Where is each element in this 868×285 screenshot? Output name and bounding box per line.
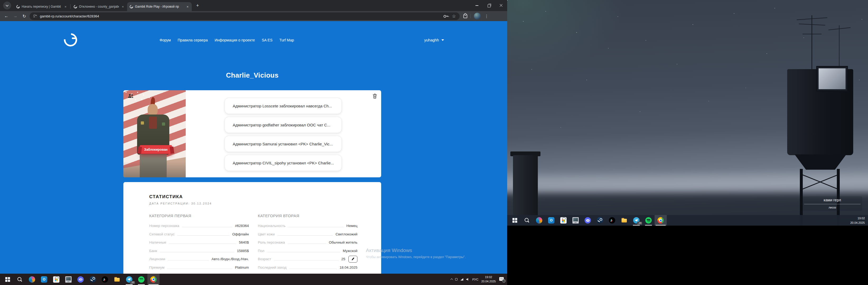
taskbar-icon-discord[interactable] — [582, 215, 594, 226]
browser-menu-icon[interactable]: ⋮ — [485, 14, 489, 19]
taskbar-icon-steam[interactable] — [594, 215, 606, 226]
taskbar-icon-search[interactable] — [14, 274, 26, 285]
address-bar[interactable]: gambit-rp.ru/account/character/628364 ☆ — [30, 12, 460, 20]
taskbar-icon-tiktok[interactable] — [606, 215, 618, 226]
copilot-icon — [29, 276, 35, 283]
taskbar-icon-store[interactable] — [557, 215, 569, 226]
stat-row-age: Возраст25 — [258, 255, 358, 263]
language-indicator[interactable]: РУС — [472, 278, 478, 281]
taskbar-icon-start[interactable] — [2, 274, 14, 285]
stat-value: Немец — [346, 224, 358, 228]
taskbar-icon-steam[interactable] — [87, 274, 99, 285]
profile-avatar[interactable] — [474, 13, 481, 20]
taskbar-icon-telegram[interactable]: .20 — [123, 274, 135, 285]
stat-row: ПолМужской — [258, 247, 358, 255]
trash-icon[interactable] — [373, 94, 377, 100]
tab-close-icon[interactable]: × — [63, 4, 68, 9]
volume-icon[interactable] — [466, 278, 469, 281]
admin-log-item[interactable]: Администратор godfather заблокировал ООС… — [224, 117, 342, 133]
taskbar-primary: .20 РУС 19:02 20.04.2025 3 — [0, 274, 507, 285]
password-key-icon[interactable] — [443, 15, 448, 17]
taskbar-secondary: .20 19:02 20.04.2025 — [507, 215, 868, 226]
tab-close-icon[interactable]: × — [121, 4, 125, 9]
nav-server-rules[interactable]: Правила сервера — [178, 38, 208, 42]
taskbar-icon-explorer[interactable] — [618, 215, 630, 226]
tray-app-icon[interactable] — [455, 278, 458, 281]
browser-tab-1[interactable]: Начать переписку | Gambit Rol × — [14, 2, 70, 11]
notification-count-badge: 3 — [502, 279, 505, 283]
character-shirt — [149, 117, 157, 129]
reload-button[interactable]: ↻ — [21, 12, 28, 20]
taskbar-icon-chrome[interactable] — [147, 274, 159, 285]
nav-turf-map[interactable]: Turf Map — [279, 38, 294, 42]
taskbar-icon-outlook[interactable] — [545, 215, 557, 226]
taskbar-icon-spotify[interactable] — [135, 274, 147, 285]
stat-value: 18.04.2025 — [339, 265, 358, 270]
taskbar-icon-spotify[interactable] — [643, 215, 655, 226]
taskbar-icon-discord[interactable] — [74, 274, 87, 285]
stat-label: Наличные — [149, 240, 166, 244]
tray-overflow-chevron-icon[interactable] — [451, 278, 453, 281]
leader-line — [169, 244, 236, 244]
username: yuhaghh — [424, 38, 439, 42]
outlook-icon — [548, 217, 554, 223]
back-button[interactable]: ← — [3, 12, 10, 20]
tab-search-button[interactable] — [3, 2, 11, 9]
taskbar-icon-monitor[interactable] — [569, 215, 582, 226]
close-window-button[interactable] — [495, 0, 507, 11]
user-menu[interactable]: yuhaghh — [424, 38, 444, 42]
explorer-icon — [114, 276, 120, 283]
admin-log-item[interactable]: Администратор Losscete заблокировал навс… — [224, 98, 342, 114]
gambit-logo[interactable] — [63, 31, 76, 46]
taskbar-icon-start[interactable] — [509, 215, 521, 226]
taskbar-icon-chrome[interactable] — [655, 215, 667, 226]
admin-log-text: Администратор CIVIL_sipohy установил <PK… — [233, 161, 334, 165]
nav-project-info[interactable]: Информация о проекте — [215, 38, 255, 42]
stats-column-1: КАТЕГОРИЯ ПЕРВАЯ Номер персонажа#628364 … — [149, 213, 249, 272]
tab-title: Начать переписку | Gambit Rol — [22, 5, 62, 8]
site-settings-icon[interactable] — [33, 15, 37, 17]
taskbar-icon-monitor[interactable] — [62, 274, 74, 285]
statistics-card: СТАТИСТИКА ДАТА РЕГИСТРАЦИИ: 30.12.2024 … — [123, 182, 381, 274]
new-tab-button[interactable]: + — [194, 2, 201, 9]
browser-tab-3-active[interactable]: Gambit Role Play - Игровой пр × — [127, 2, 192, 11]
taskbar-icon-outlook[interactable] — [38, 274, 50, 285]
admin-log-item[interactable]: Администратор CIVIL_sipohy установил <PK… — [224, 155, 342, 171]
column-header: КАТЕГОРИЯ ВТОРАЯ — [258, 213, 358, 218]
restore-button[interactable] — [483, 0, 495, 11]
clock-date: 20.04.2025 — [481, 280, 496, 284]
taskbar-icon-tiktok[interactable] — [99, 274, 111, 285]
minimize-button[interactable] — [471, 0, 483, 11]
url-text[interactable]: gambit-rp.ru/account/character/628364 — [40, 14, 99, 18]
network-icon[interactable] — [460, 278, 463, 281]
blocked-ribbon: Заблокирован — [140, 145, 172, 154]
clock[interactable]: 19:02 20.04.2025 — [481, 275, 496, 284]
nav-forum[interactable]: Форум — [159, 38, 171, 42]
forward-button[interactable]: → — [11, 12, 19, 20]
taskbar-icon-search[interactable] — [521, 215, 533, 226]
taskbar-icon-explorer[interactable] — [111, 274, 123, 285]
stat-row: Наличные5640$ — [149, 238, 249, 247]
notification-center-icon[interactable]: 3 — [499, 277, 505, 282]
taskbar-icon-store[interactable] — [50, 274, 62, 285]
clock-secondary[interactable]: 19:02 20.04.2025 — [850, 216, 865, 225]
tiktok-icon — [102, 276, 108, 283]
antenna-mast — [839, 25, 839, 70]
taskbar-icon-strip: .20 — [0, 274, 159, 285]
leader-line — [168, 260, 209, 260]
stat-row: ПремиумPlatinum — [149, 263, 249, 272]
tab-close-icon[interactable]: × — [185, 4, 190, 9]
nav-sa-es[interactable]: SA ES — [262, 38, 272, 42]
taskbar-icon-copilot[interactable] — [26, 274, 38, 285]
admin-log-text: Администратор Samurai установил <PK> Cha… — [233, 142, 333, 146]
extensions-icon[interactable] — [463, 14, 467, 18]
browser-tab-2[interactable]: Отклонено - county_ganjaboss × — [71, 2, 127, 11]
running-indicator — [633, 225, 640, 226]
stat-row: Номер персонажа#628364 — [149, 222, 249, 230]
admin-log-item[interactable]: Администратор Samurai установил <PK> Cha… — [224, 136, 342, 152]
edit-age-button[interactable] — [348, 256, 358, 262]
people-icon[interactable] — [128, 94, 134, 99]
taskbar-icon-telegram[interactable]: .20 — [630, 215, 643, 226]
bookmark-star-icon[interactable]: ☆ — [452, 14, 456, 19]
taskbar-icon-copilot[interactable] — [533, 215, 545, 226]
